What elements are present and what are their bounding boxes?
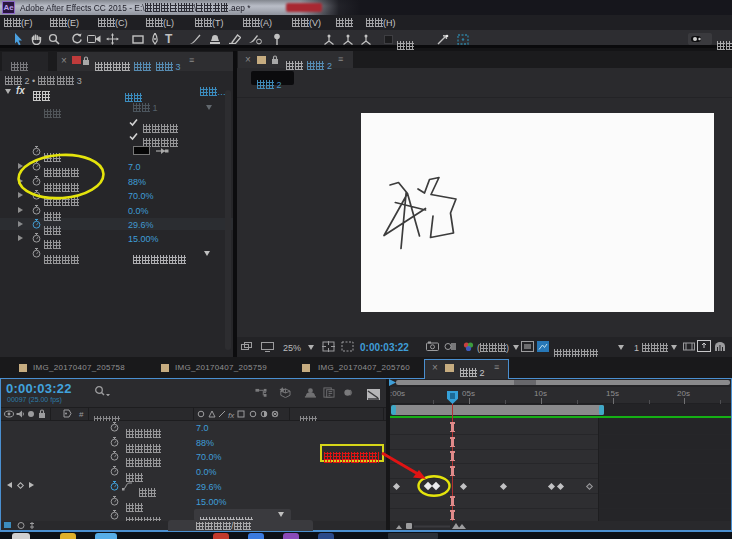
svg-text:fx: fx (228, 411, 235, 420)
